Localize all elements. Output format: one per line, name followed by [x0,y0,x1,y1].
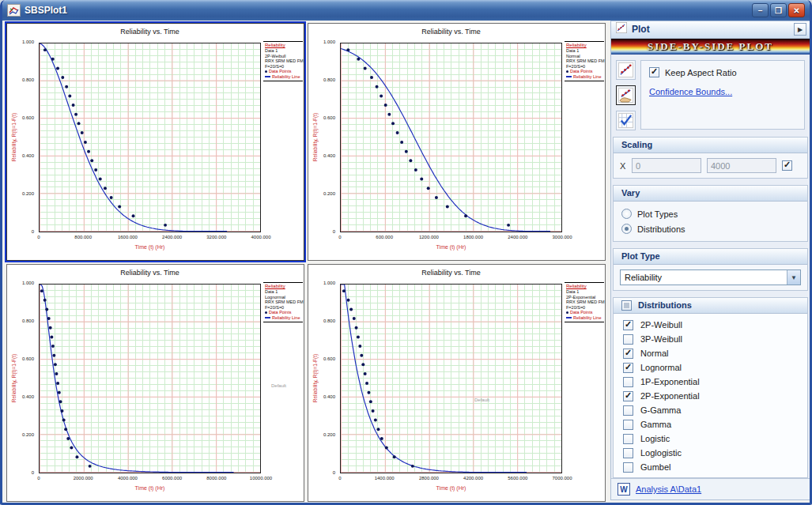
side-by-side-banner: Side-by-Side Plot [611,39,810,55]
distribution-row[interactable]: G-Gamma [623,403,807,417]
analysis-data-link[interactable]: Analysis A\Data1 [636,484,701,494]
options-box: Keep Aspect Ratio Confidence Bounds... [640,60,805,130]
x-tick-label: 4200.000 [463,476,483,481]
x-axis-label: Time (t) (Hr) [39,485,261,491]
plot-panel-1[interactable]: Reliability vs. Time Reliability, R(t)=1… [6,23,304,261]
scaling-group: Scaling X [613,137,808,179]
distribution-checkbox[interactable] [623,405,633,416]
distribution-row[interactable]: Gumbel [623,460,807,474]
y-tick-label: 1.000 [7,40,36,44]
plot-type-title: Plot Type [621,251,660,264]
distribution-checkbox[interactable] [623,462,633,473]
plot-title: Reliability vs. Time [340,269,562,277]
distribution-row[interactable]: Lognormal [623,360,807,375]
distribution-row[interactable]: 1P-Exponential [623,375,807,389]
reliability-curve-svg [40,43,260,232]
radio-selected-icon [621,224,632,234]
distribution-checkbox[interactable] [623,363,633,373]
vary-option-distributions[interactable]: Distributions [620,221,801,236]
distribution-checkbox[interactable] [623,434,633,444]
client-area: Reliability vs. Time Reliability, R(t)=1… [2,21,810,503]
plot-area [39,43,261,232]
chevron-down-icon: ▼ [787,270,800,285]
plot-title: Reliability vs. Time [39,28,261,36]
y-tick-label: 1.000 [7,281,36,285]
weibull-data-icon: W [617,483,630,496]
distribution-checkbox[interactable] [623,448,633,458]
edit-plot-button[interactable] [616,85,636,105]
distribution-checkbox[interactable] [623,320,633,330]
x-tick-label: 2400.000 [508,235,527,239]
plot-panel-2[interactable]: Reliability vs. Time Reliability, R(t)=1… [308,23,606,261]
x-tick-label: 1200.000 [419,235,439,239]
distribution-checkbox[interactable] [623,334,633,345]
auto-scale-checkbox[interactable] [782,160,792,171]
plot-legend: Reliability Data 12P-WeibullRRX SRM MED … [263,41,303,81]
app-icon [7,4,21,17]
distribution-row[interactable]: 2P-Weibull [623,318,807,332]
legend-title: Reliability [265,43,303,48]
style-watermark: Default [271,383,286,388]
distribution-checkbox[interactable] [623,349,633,359]
distribution-row[interactable]: Loglogistic [623,446,807,460]
maximize-button[interactable]: ❐ [770,3,787,17]
x-tick-label: 6000.000 [162,476,182,481]
y-tick-label: 1.000 [308,40,338,44]
distribution-checkbox[interactable] [623,391,633,401]
x-tick-label: 3200.000 [206,235,226,239]
plot-panel-4[interactable]: Reliability vs. Time Reliability, R(t)=1… [308,264,606,502]
legend-title: Reliability [566,284,604,289]
x-tick-label: 2000.000 [74,476,93,481]
y-tick-label: 0 [7,229,36,234]
close-button[interactable]: ✕ [788,3,805,17]
confidence-bounds-link[interactable]: Confidence Bounds... [649,87,732,96]
x-tick-label: 600.000 [376,235,393,239]
distribution-row[interactable]: 3P-Weibull [623,332,807,346]
select-all-distributions-checkbox[interactable] [621,300,632,311]
y-tick-label: 0 [7,470,36,475]
distributions-list: 2P-Weibull3P-WeibullNormalLognormal1P-Ex… [614,314,807,477]
y-tick-label: 0.200 [7,432,36,437]
x-min-input [632,158,701,173]
y-tick-label: 0.400 [308,394,338,399]
vary-option-plot-types[interactable]: Plot Types [620,206,801,221]
x-tick-label: 3000.000 [552,235,572,239]
x-tick-label: 1600.000 [118,235,138,239]
x-tick-label: 1800.000 [463,235,483,239]
legend-text: RRX SRM MED FM [265,58,303,64]
x-tick-label: 2800.000 [419,476,439,481]
apply-grid-button[interactable] [616,111,636,130]
plot-panel-3[interactable]: Reliability vs. Time Reliability, R(t)=1… [6,264,304,502]
distribution-checkbox[interactable] [623,377,633,387]
y-tick-label: 0.400 [7,153,36,158]
titlebar[interactable]: SBSPlot1 – ❐ ✕ [2,0,810,21]
distributions-title: Distributions [638,300,692,313]
y-tick-label: 1.000 [308,281,338,285]
vary-title: Vary [621,188,640,201]
y-tick-label: 0.800 [7,318,36,323]
y-tick-label: 0.800 [308,77,338,82]
distribution-row[interactable]: Normal [623,346,807,360]
plot-title: Reliability vs. Time [340,28,562,36]
reliability-curve-svg [341,285,561,473]
minimize-button[interactable]: – [752,3,769,17]
distribution-label: 2P-Weibull [640,320,682,330]
y-tick-label: 0.400 [7,394,36,399]
plot-setup-button[interactable] [616,60,636,80]
distribution-row[interactable]: Logistic [623,432,807,446]
keep-aspect-ratio-option[interactable]: Keep Aspect Ratio [649,67,796,77]
plot-type-dropdown[interactable]: Reliability ▼ [620,269,801,285]
x-tick-label: 0 [338,476,341,481]
plot-panel-icon [616,22,627,36]
x-tick-label: 800.000 [74,235,92,239]
keep-aspect-ratio-checkbox[interactable] [649,67,659,77]
distribution-row[interactable]: 2P-Exponential [623,389,807,403]
distribution-label: Normal [640,349,668,358]
y-tick-label: 0.200 [308,432,338,437]
distribution-row[interactable]: Gamma [623,417,807,432]
distribution-checkbox[interactable] [623,420,633,430]
collapse-arrow-button[interactable]: ▶ [794,23,806,36]
legend-text: RRX SRM MED FM [265,300,303,305]
distribution-label: G-Gamma [640,405,681,415]
style-watermark: Default [474,398,489,402]
